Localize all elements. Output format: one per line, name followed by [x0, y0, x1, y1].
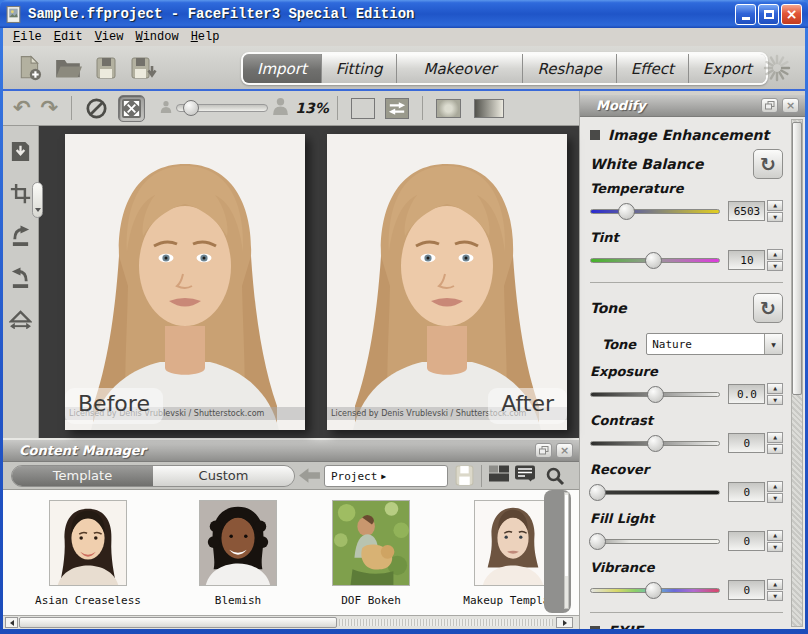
- spin-down-icon[interactable]: ▼: [767, 542, 783, 553]
- spin-up-icon[interactable]: ▲: [767, 481, 783, 492]
- maximize-button[interactable]: [758, 4, 779, 25]
- tint-slider-handle[interactable]: [645, 252, 662, 269]
- crop-options-dropdown[interactable]: [32, 182, 43, 218]
- template-item[interactable]: Asian Creaseless: [23, 500, 153, 615]
- vertical-scroll-track[interactable]: [564, 492, 569, 609]
- tint-slider[interactable]: [590, 258, 720, 263]
- gradient-icon[interactable]: [474, 99, 504, 118]
- spin-down-icon[interactable]: ▼: [767, 493, 783, 504]
- fill-light-slider[interactable]: [590, 539, 720, 544]
- rotate-right-button[interactable]: [8, 222, 34, 248]
- save-project-button[interactable]: [91, 53, 121, 83]
- vibrance-slider[interactable]: [590, 588, 720, 593]
- scroll-right-button[interactable]: [556, 617, 573, 628]
- import-image-button[interactable]: [8, 138, 34, 164]
- vertical-scroll-thumb[interactable]: [565, 495, 568, 576]
- breadcrumb[interactable]: Project ▶: [324, 465, 448, 487]
- tone-reset-button[interactable]: ↻: [753, 293, 783, 323]
- spin-up-icon[interactable]: ▲: [767, 579, 783, 590]
- new-project-button[interactable]: [15, 53, 45, 83]
- modify-scroll-thumb[interactable]: [792, 122, 802, 395]
- spin-up-icon[interactable]: ▲: [767, 249, 783, 260]
- modify-header[interactable]: Modify ×: [580, 95, 805, 117]
- compare-view-button[interactable]: [351, 98, 375, 119]
- vignette-icon[interactable]: [436, 99, 461, 118]
- contrast-slider-handle[interactable]: [647, 435, 664, 452]
- tab-effect[interactable]: Effect: [617, 54, 689, 83]
- recover-slider-handle[interactable]: [589, 484, 606, 501]
- tab-template[interactable]: Template: [12, 466, 153, 486]
- title-bar[interactable]: Sample.ffproject - FaceFilter3 Special E…: [0, 0, 808, 28]
- spin-down-icon[interactable]: ▼: [767, 395, 783, 406]
- spin-down-icon[interactable]: ▼: [767, 212, 783, 223]
- navigate-back-button[interactable]: [298, 467, 321, 488]
- menu-window[interactable]: Window: [129, 30, 184, 44]
- dropdown-arrow-icon[interactable]: ▼: [764, 334, 782, 354]
- close-panel-button[interactable]: ×: [556, 443, 573, 458]
- redo-button[interactable]: ↷: [41, 98, 59, 119]
- menu-help[interactable]: Help: [185, 30, 226, 44]
- content-manager-header[interactable]: Content Manager ×: [3, 440, 579, 462]
- horizontal-scroll-thumb[interactable]: [19, 617, 337, 628]
- contrast-value[interactable]: 0: [728, 433, 765, 453]
- template-thumbnail[interactable]: [49, 500, 127, 586]
- fit-to-window-button[interactable]: [118, 95, 145, 122]
- zoom-slider[interactable]: [176, 104, 268, 112]
- contrast-spinner[interactable]: ▲▼: [767, 432, 783, 454]
- vibrance-slider-handle[interactable]: [645, 582, 662, 599]
- recover-value[interactable]: 0: [728, 482, 765, 502]
- save-as-button[interactable]: [129, 53, 159, 83]
- after-photo[interactable]: Licensed by Denis Vrublevski / Shutterst…: [327, 134, 567, 430]
- menu-edit[interactable]: Edit: [48, 30, 89, 44]
- tab-makeover[interactable]: Makeover: [397, 54, 523, 83]
- temperature-slider[interactable]: [590, 209, 720, 214]
- tab-custom[interactable]: Custom: [153, 466, 294, 486]
- tab-export[interactable]: Export: [689, 54, 766, 83]
- tab-reshape[interactable]: Reshape: [523, 54, 616, 83]
- swap-views-button[interactable]: [385, 98, 409, 119]
- menu-file[interactable]: File: [7, 30, 48, 44]
- template-list-hscrollbar[interactable]: [3, 615, 579, 629]
- horizontal-scroll-track[interactable]: [339, 619, 553, 626]
- scroll-left-button[interactable]: [5, 617, 18, 628]
- float-panel-button[interactable]: [535, 443, 552, 458]
- close-button[interactable]: ×: [781, 4, 802, 25]
- fill-light-slider-handle[interactable]: [589, 533, 606, 550]
- close-panel-button[interactable]: ×: [782, 98, 799, 113]
- thumbnail-view-button[interactable]: [489, 465, 509, 486]
- template-list-scrollbar[interactable]: [544, 490, 571, 613]
- template-thumbnail[interactable]: [199, 500, 277, 586]
- search-button[interactable]: [545, 466, 565, 490]
- exposure-slider-handle[interactable]: [647, 386, 664, 403]
- tint-spinner[interactable]: ▲▼: [767, 249, 783, 271]
- temperature-slider-handle[interactable]: [618, 203, 635, 220]
- spin-down-icon[interactable]: ▼: [767, 591, 783, 602]
- spin-up-icon[interactable]: ▲: [767, 530, 783, 541]
- vibrance-spinner[interactable]: ▲▼: [767, 579, 783, 601]
- exposure-value[interactable]: 0.0: [728, 384, 765, 404]
- spin-down-icon[interactable]: ▼: [767, 444, 783, 455]
- spin-up-icon[interactable]: ▲: [767, 383, 783, 394]
- vibrance-value[interactable]: 0: [728, 580, 765, 600]
- tab-import[interactable]: Import: [243, 54, 322, 83]
- menu-view[interactable]: View: [89, 30, 130, 44]
- before-photo[interactable]: Licensed by Denis Vrublevski / Shutterst…: [65, 134, 305, 430]
- exposure-spinner[interactable]: ▲▼: [767, 383, 783, 405]
- recover-slider[interactable]: [590, 490, 720, 495]
- spin-down-icon[interactable]: ▼: [767, 261, 783, 272]
- tab-fitting[interactable]: Fitting: [322, 54, 398, 83]
- list-view-button[interactable]: [515, 465, 535, 486]
- undo-button[interactable]: ↶: [13, 98, 31, 119]
- spin-up-icon[interactable]: ▲: [767, 432, 783, 443]
- float-panel-button[interactable]: [761, 98, 778, 113]
- template-thumbnail[interactable]: [474, 500, 552, 586]
- exposure-slider[interactable]: [590, 392, 720, 397]
- fill-light-spinner[interactable]: ▲▼: [767, 530, 783, 552]
- spin-up-icon[interactable]: ▲: [767, 200, 783, 211]
- tint-value[interactable]: 10: [728, 250, 765, 270]
- flip-horizontal-button[interactable]: [8, 306, 34, 332]
- white-balance-reset-button[interactable]: ↻: [753, 149, 783, 179]
- contrast-slider[interactable]: [590, 441, 720, 446]
- save-template-button[interactable]: [455, 465, 474, 490]
- no-zoom-button[interactable]: [85, 97, 108, 120]
